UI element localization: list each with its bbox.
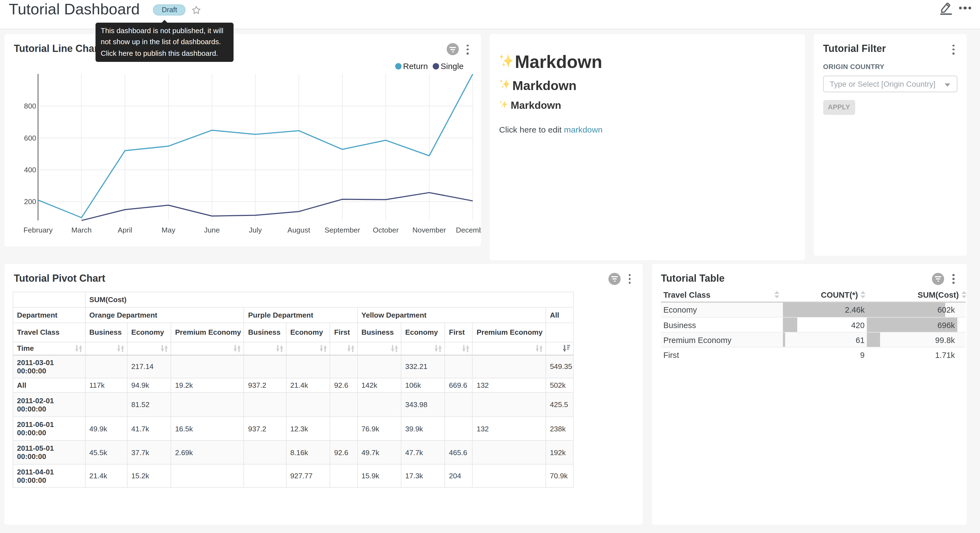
svg-text:August: August — [287, 226, 310, 234]
svg-text:October: October — [373, 226, 399, 234]
svg-text:Return: Return — [403, 62, 428, 71]
svg-text:November: November — [412, 226, 446, 234]
svg-text:600: 600 — [24, 134, 36, 142]
svg-text:July: July — [249, 226, 262, 234]
svg-text:200: 200 — [24, 198, 36, 206]
svg-text:February: February — [24, 226, 53, 234]
svg-text:March: March — [72, 226, 92, 234]
svg-text:September: September — [325, 226, 360, 234]
svg-text:May: May — [161, 226, 176, 234]
svg-text:400: 400 — [24, 166, 36, 174]
svg-text:June: June — [204, 226, 220, 234]
svg-text:800: 800 — [24, 102, 36, 110]
svg-text:December: December — [456, 226, 480, 234]
svg-text:Single: Single — [441, 62, 463, 71]
svg-text:April: April — [118, 226, 132, 234]
